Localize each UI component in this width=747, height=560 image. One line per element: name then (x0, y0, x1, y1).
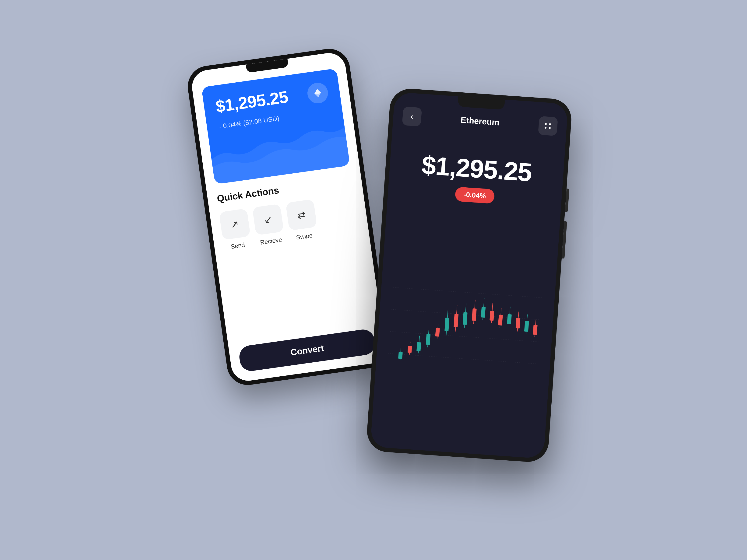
header-title: Ethereum (460, 115, 500, 127)
svg-rect-15 (435, 328, 440, 337)
svg-line-4 (390, 331, 540, 342)
candlestick-chart (382, 207, 549, 458)
svg-rect-7 (398, 352, 403, 359)
change-badge: -0.04% (455, 187, 495, 204)
svg-rect-19 (454, 314, 459, 327)
svg-rect-9 (408, 346, 412, 353)
label-23-oct: 23 Oct (384, 450, 399, 457)
back-phone: $1,295.25 ↓ 0.04% (52,08 USD) Quick Ac (185, 46, 392, 388)
crypto-card: $1,295.25 ↓ 0.04% (52,08 USD) (202, 69, 350, 184)
scene: $1,295.25 ↓ 0.04% (52,08 USD) Quick Ac (187, 47, 560, 513)
back-phone-screen: $1,295.25 ↓ 0.04% (52,08 USD) Quick Ac (190, 51, 387, 383)
svg-line-5 (388, 353, 538, 364)
dark-header: ‹ Ethereum (393, 106, 567, 137)
card-change-text: 0.04% (52,08 USD) (223, 114, 280, 130)
send-action[interactable]: ↗ Send (219, 208, 252, 251)
ethereum-icon (312, 87, 324, 99)
receive-label: Recieve (260, 236, 282, 246)
swipe-label: Swipe (296, 232, 313, 241)
svg-rect-25 (481, 307, 486, 318)
chart-area: 23 Oct 24 Oct 25 Oct 26 Oct 27 Oct 29 O (382, 207, 549, 458)
card-change-arrow: ↓ (218, 124, 222, 130)
svg-line-2 (393, 287, 543, 298)
convert-button[interactable]: Convert (238, 328, 377, 372)
receive-icon-box: ↙ (252, 204, 284, 235)
swipe-action[interactable]: ⇄ Swipe (285, 199, 319, 242)
side-button-1 (565, 189, 569, 212)
dots-icon (545, 123, 551, 129)
svg-rect-11 (416, 342, 421, 351)
convert-button-label: Convert (290, 343, 325, 358)
front-phone-screen: ‹ Ethereum $1,295.25 -0.04% (370, 92, 568, 459)
svg-rect-37 (533, 325, 538, 335)
receive-action[interactable]: ↙ Recieve (252, 204, 285, 247)
svg-rect-31 (507, 314, 512, 324)
svg-rect-21 (463, 312, 468, 325)
swipe-icon-box: ⇄ (285, 199, 317, 231)
back-button[interactable]: ‹ (402, 107, 422, 127)
front-phone-notch (458, 96, 505, 110)
label-24-oct: 24 Oct (410, 452, 426, 459)
svg-rect-23 (472, 309, 477, 321)
back-chevron-icon: ‹ (410, 111, 414, 122)
svg-rect-35 (524, 321, 529, 332)
dark-content: $1,295.25 -0.04% (370, 134, 565, 459)
send-label: Send (230, 241, 245, 250)
svg-rect-17 (444, 318, 449, 331)
svg-rect-13 (426, 334, 431, 345)
back-phone-content: $1,295.25 ↓ 0.04% (52,08 USD) Quick Ac (190, 51, 387, 383)
svg-rect-33 (516, 318, 520, 328)
dark-price: $1,295.25 (421, 150, 533, 187)
front-phone: ‹ Ethereum $1,295.25 -0.04% (366, 87, 573, 463)
label-27-oct: 27 Oct (490, 458, 507, 459)
more-options-button[interactable] (538, 116, 558, 136)
svg-rect-27 (490, 311, 494, 321)
label-26-oct: 26 Oct (464, 456, 479, 459)
action-buttons: ↗ Send ↙ Recieve ⇄ Swipe (219, 193, 360, 251)
quick-actions-section: Quick Actions ↗ Send ↙ Recieve ⇄ Swipe (216, 175, 371, 338)
svg-rect-29 (498, 315, 503, 326)
side-button-2 (562, 221, 567, 259)
send-icon-box: ↗ (219, 208, 251, 240)
label-25-oct: 25 Oct (437, 454, 453, 459)
